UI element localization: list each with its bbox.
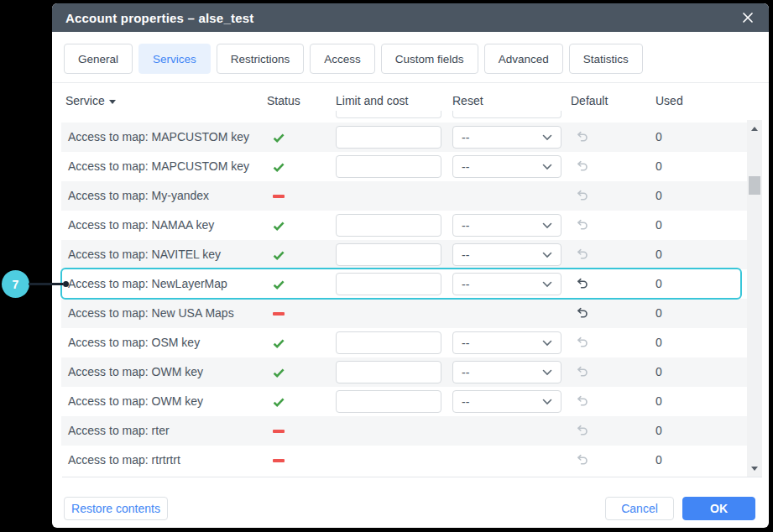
tab-bar: General Services Restrictions Access Cus… — [64, 44, 643, 74]
table-row: Access to map: MAPCUSTOM key -- 0 — [61, 123, 747, 152]
scrollbar-thumb[interactable] — [749, 176, 760, 195]
status-cell — [271, 387, 286, 416]
limit-and-cost-input[interactable] — [336, 243, 441, 266]
limit-and-cost-input[interactable] — [336, 361, 441, 383]
used-count: 0 — [655, 152, 662, 181]
limit-and-cost-input[interactable] — [336, 214, 441, 237]
column-header-status: Status — [267, 94, 300, 107]
reset-selected-value: -- — [462, 278, 469, 291]
restore-default-icon[interactable] — [575, 159, 589, 174]
limit-and-cost-input[interactable] — [336, 126, 441, 149]
status-cell — [271, 181, 286, 211]
tab-advanced[interactable]: Advanced — [484, 44, 563, 74]
restore-default-icon[interactable] — [575, 306, 589, 321]
callout-connector-line — [29, 283, 63, 285]
scroll-up-icon[interactable] — [747, 122, 762, 135]
limit-and-cost-input[interactable] — [336, 155, 441, 178]
restore-default-icon[interactable] — [575, 218, 589, 232]
column-header-service[interactable]: Service — [65, 94, 116, 107]
backdrop: Account properties – alse_test General S… — [0, 0, 773, 532]
restore-contents-button[interactable]: Restore contents — [64, 497, 168, 520]
limit-and-cost-input[interactable] — [336, 331, 441, 354]
service-label: Access to map: NewLayerMap — [68, 269, 227, 299]
restore-default-icon[interactable] — [575, 189, 589, 203]
check-icon — [272, 395, 285, 409]
chevron-down-icon — [542, 340, 552, 347]
restore-default-icon[interactable] — [575, 453, 589, 467]
chevron-down-icon — [542, 222, 552, 229]
used-count: 0 — [655, 416, 662, 446]
column-header-used: Used — [655, 94, 683, 107]
tab-custom-fields[interactable]: Custom fields — [381, 44, 478, 74]
chevron-down-icon — [542, 281, 552, 288]
cancel-button[interactable]: Cancel — [605, 497, 674, 520]
account-properties-dialog: Account properties – alse_test General S… — [52, 3, 769, 528]
tab-statistics[interactable]: Statistics — [569, 44, 643, 74]
restore-default-icon[interactable] — [575, 277, 589, 291]
table-row: Access to map: New USA Maps 0 — [61, 299, 747, 328]
service-label: Access to map: rter — [68, 416, 170, 446]
column-header-default: Default — [571, 94, 608, 107]
dialog-title: Account properties – alse_test — [65, 11, 253, 25]
used-count: 0 — [655, 387, 662, 416]
table-row: Access to map: OSM key -- 0 — [61, 328, 747, 357]
restore-default-icon[interactable] — [575, 394, 589, 409]
restore-default-icon[interactable] — [575, 365, 589, 379]
service-label: Access to map: New USA Maps — [68, 299, 234, 328]
reset-select[interactable]: -- — [452, 214, 561, 237]
scroll-down-icon[interactable] — [747, 462, 762, 475]
sort-descending-icon — [109, 100, 116, 104]
check-icon — [272, 219, 285, 232]
limit-and-cost-input[interactable] — [336, 390, 441, 413]
reset-selected-value: -- — [462, 366, 469, 379]
reset-selected-value: -- — [462, 160, 469, 174]
disabled-dash-icon — [273, 312, 285, 316]
reset-select[interactable]: -- — [452, 273, 561, 295]
vertical-scrollbar[interactable] — [747, 120, 762, 477]
partial-reset-select-above — [452, 111, 561, 118]
check-icon — [272, 336, 285, 350]
table-row: Access to map: rtrtrtrt 0 — [61, 446, 747, 475]
chevron-down-icon — [542, 252, 552, 258]
restore-default-icon[interactable] — [575, 336, 589, 350]
chevron-down-icon — [542, 164, 552, 170]
restore-default-icon[interactable] — [575, 130, 589, 144]
reset-selected-value: -- — [462, 248, 469, 262]
callout-step-badge: 7 — [2, 270, 29, 298]
service-label: Access to map: OWM key — [68, 387, 203, 416]
tab-services[interactable]: Services — [138, 44, 211, 74]
restore-default-icon[interactable] — [575, 424, 589, 438]
reset-select[interactable]: -- — [452, 243, 561, 266]
reset-select[interactable]: -- — [452, 361, 561, 383]
reset-select[interactable]: -- — [452, 390, 561, 413]
reset-select[interactable]: -- — [452, 126, 561, 149]
status-cell — [271, 269, 286, 299]
status-cell — [271, 357, 286, 387]
used-count: 0 — [655, 181, 662, 211]
service-label: Access to map: NAVITEL key — [68, 240, 221, 269]
status-cell — [271, 328, 286, 357]
used-count: 0 — [655, 269, 662, 299]
used-count: 0 — [655, 240, 662, 269]
reset-select[interactable]: -- — [452, 155, 561, 178]
reset-selected-value: -- — [462, 395, 469, 409]
tab-access[interactable]: Access — [310, 44, 375, 74]
tab-general[interactable]: General — [64, 44, 133, 74]
status-cell — [271, 299, 286, 328]
close-icon[interactable] — [740, 10, 755, 25]
callout-connector-dot — [63, 281, 69, 287]
disabled-dash-icon — [273, 430, 285, 433]
ok-button[interactable]: OK — [682, 497, 755, 520]
partial-limit-input-above — [336, 111, 441, 118]
table-row: Access to map: NAMAA key -- 0 — [61, 211, 747, 240]
restore-default-icon[interactable] — [575, 248, 589, 262]
used-count: 0 — [655, 211, 662, 240]
service-label: Access to map: rtrtrtrt — [68, 446, 180, 475]
chevron-down-icon — [542, 369, 552, 376]
limit-and-cost-input[interactable] — [336, 273, 441, 295]
reset-select[interactable]: -- — [452, 331, 561, 354]
check-icon — [272, 248, 285, 262]
tab-restrictions[interactable]: Restrictions — [217, 44, 305, 74]
disabled-dash-icon — [273, 195, 285, 198]
footer-divider — [62, 477, 762, 477]
